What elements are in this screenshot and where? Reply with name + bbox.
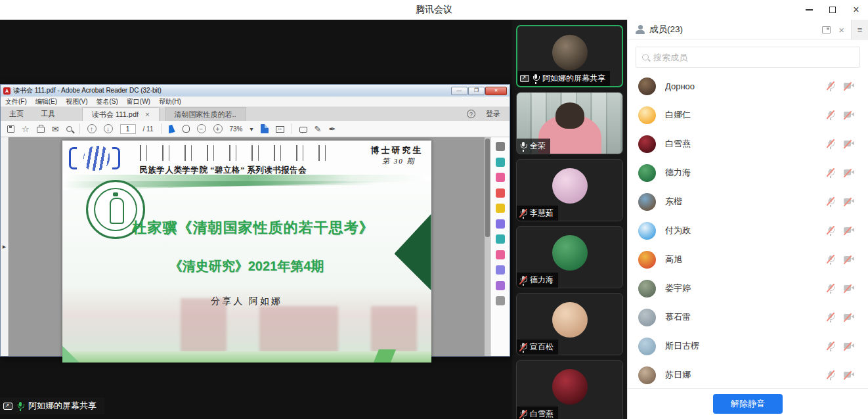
mic-muted-icon[interactable]	[827, 197, 835, 206]
member-search-box[interactable]	[636, 47, 860, 68]
mic-muted-icon[interactable]	[827, 110, 835, 120]
search-input[interactable]	[653, 53, 854, 62]
tab-home[interactable]: 主页	[1, 107, 32, 121]
help-icon[interactable]: ?	[467, 110, 475, 118]
menu-item[interactable]: 文件(F)	[5, 97, 27, 106]
zoom-level-value[interactable]: 73%	[230, 125, 243, 133]
comment-tool-icon[interactable]	[299, 127, 307, 133]
minimize-button[interactable]	[797, 0, 821, 20]
mic-muted-icon[interactable]	[827, 342, 835, 351]
mic-muted-icon[interactable]	[827, 226, 835, 235]
edit-pdf-icon[interactable]	[496, 173, 505, 182]
camera-off-icon[interactable]	[844, 313, 855, 321]
fill-sign-tool-icon[interactable]: ✒	[328, 125, 336, 133]
acrobat-minimize-button[interactable]: —	[451, 87, 467, 95]
member-row[interactable]: 慕石雷	[628, 303, 868, 332]
member-row[interactable]: 德力海	[628, 158, 868, 187]
doc-tab-second[interactable]: 清朝国家性质的若..	[165, 107, 246, 121]
member-row[interactable]: 苏日娜	[628, 361, 868, 388]
sign-in-button[interactable]: 登录	[486, 109, 500, 119]
menu-item[interactable]: 编辑(E)	[35, 97, 57, 106]
pencil-tool-icon[interactable]: ✎	[315, 125, 322, 133]
member-row[interactable]: 付为政	[628, 216, 868, 245]
member-row[interactable]: 娄宇婷	[628, 274, 868, 303]
page-number-input[interactable]: 1	[120, 124, 136, 134]
video-thumbnail[interactable]: 阿如娜的屏幕共享	[516, 25, 623, 87]
fit-width-icon[interactable]	[276, 126, 284, 133]
close-panel-icon[interactable]: ×	[838, 25, 844, 35]
find-icon[interactable]	[66, 126, 72, 132]
save-icon[interactable]	[7, 125, 14, 133]
acrobat-close-button[interactable]: ×	[485, 87, 507, 95]
mic-muted-icon[interactable]	[827, 139, 835, 148]
member-row[interactable]: 斯日古楞	[628, 332, 868, 361]
more-tools-icon[interactable]	[496, 296, 505, 305]
member-row[interactable]: 东楷	[628, 187, 868, 216]
page-view-icon[interactable]	[261, 124, 269, 133]
previous-page-icon[interactable]: ↑	[87, 124, 97, 133]
camera-off-icon[interactable]	[844, 198, 855, 206]
participant-name-label: 宣百松	[517, 340, 558, 355]
zoom-in-icon[interactable]: +	[213, 124, 223, 133]
tab-tools[interactable]: 工具	[32, 107, 64, 121]
unmute-button[interactable]: 解除静音	[713, 394, 783, 414]
mic-muted-icon[interactable]	[827, 313, 835, 322]
mongolian-script-decoration	[140, 145, 332, 161]
fill-sign-icon[interactable]	[496, 250, 505, 259]
camera-off-icon[interactable]	[844, 342, 855, 350]
camera-off-icon[interactable]	[844, 140, 855, 148]
vertical-scrollbar[interactable]	[485, 137, 490, 356]
video-thumbnail[interactable]: 宣百松	[516, 293, 623, 355]
member-row[interactable]: 高旭	[628, 245, 868, 274]
video-thumbnail[interactable]: 德力海	[516, 226, 623, 288]
member-row[interactable]: 白雪燕	[628, 129, 868, 158]
camera-off-icon[interactable]	[844, 169, 855, 177]
member-row[interactable]: Дорноо	[628, 72, 868, 100]
doc-tab-close-icon[interactable]: ×	[145, 110, 149, 118]
mic-muted-icon[interactable]	[827, 370, 835, 380]
navigation-pane-strip[interactable]: ▶	[1, 137, 9, 356]
camera-off-icon[interactable]	[844, 284, 855, 292]
zoom-dropdown-icon[interactable]: ▾	[250, 125, 253, 133]
menu-item[interactable]: 窗口(W)	[127, 97, 150, 106]
maximize-button[interactable]	[821, 0, 844, 20]
hand-tool-icon[interactable]	[183, 125, 190, 133]
next-page-icon[interactable]: ↓	[104, 124, 113, 133]
combine-files-icon[interactable]	[496, 219, 505, 229]
doc-tab-active[interactable]: 读书会 111.pdf ×	[82, 107, 160, 121]
mic-muted-icon[interactable]	[827, 255, 835, 264]
popout-panel-icon[interactable]	[822, 26, 831, 33]
panel-menu-button[interactable]: ≡	[851, 20, 868, 39]
video-thumbnail[interactable]: 李慧茹	[516, 159, 623, 221]
find-icon[interactable]	[496, 142, 505, 151]
video-thumbnail[interactable]: 白雪燕	[516, 360, 623, 419]
zoom-out-icon[interactable]: −	[197, 124, 206, 133]
video-thumbnail[interactable]: 全荣	[516, 92, 623, 154]
camera-off-icon[interactable]	[844, 227, 855, 234]
favorites-star-icon[interactable]: ☆	[22, 125, 30, 133]
camera-off-icon[interactable]	[844, 371, 855, 379]
protect-icon[interactable]	[496, 265, 505, 275]
member-row[interactable]: 白娜仁	[628, 100, 868, 129]
email-icon[interactable]: ✉	[52, 125, 59, 133]
select-tool-icon[interactable]	[169, 124, 175, 134]
close-button[interactable]: ×	[844, 0, 868, 20]
camera-off-icon[interactable]	[844, 255, 855, 263]
camera-off-icon[interactable]	[844, 111, 855, 119]
signature-icon[interactable]	[496, 281, 505, 290]
menu-item[interactable]: 签名(S)	[96, 97, 118, 106]
create-pdf-icon[interactable]	[496, 188, 505, 198]
menu-item[interactable]: 帮助(H)	[159, 97, 181, 106]
comment-icon[interactable]	[496, 204, 505, 213]
scrollbar-thumb[interactable]	[485, 139, 490, 237]
mic-muted-icon[interactable]	[827, 284, 835, 293]
print-icon[interactable]	[37, 127, 45, 133]
camera-off-icon[interactable]	[844, 82, 855, 90]
mic-muted-icon[interactable]	[827, 81, 835, 91]
acrobat-restore-button[interactable]: ❐	[468, 87, 485, 95]
menu-item[interactable]: 视图(V)	[66, 97, 87, 106]
export-pdf-icon[interactable]	[496, 158, 505, 167]
organize-pages-icon[interactable]	[496, 234, 505, 244]
mic-muted-icon[interactable]	[827, 168, 835, 177]
member-name: 东楷	[665, 196, 827, 208]
